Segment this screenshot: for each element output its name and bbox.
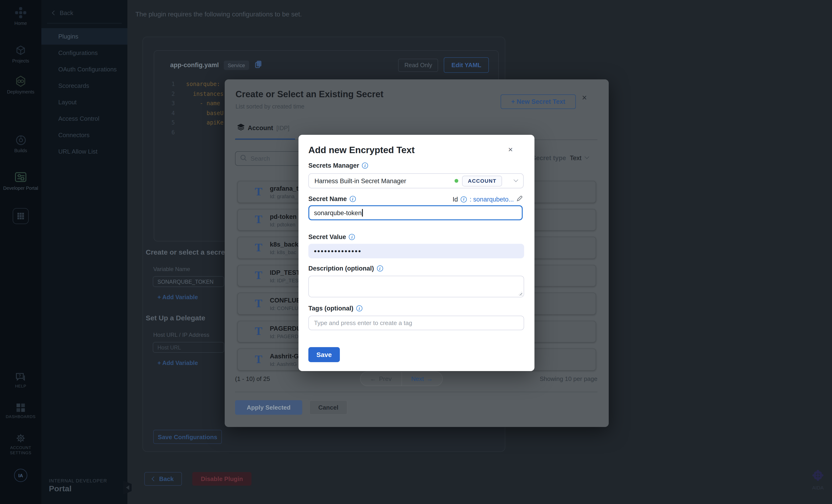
cancel-button[interactable]: Cancel xyxy=(309,400,347,415)
text-secret-icon: T xyxy=(255,186,265,198)
add-variable-link[interactable]: + Add Variable xyxy=(157,294,230,301)
new-secret-text-button[interactable]: + New Secret Text xyxy=(501,94,576,109)
chevron-left-icon xyxy=(152,477,157,481)
modal-title: Create or Select an Existing Secret xyxy=(235,89,383,100)
pagination: ←Prev Next→ xyxy=(360,371,443,386)
secondary-sidebar: Back Plugins Configurations OAuth Config… xyxy=(42,0,127,504)
back-nav[interactable]: Back xyxy=(42,0,127,23)
secret-value-input[interactable]: •••••••••••••• xyxy=(308,244,524,258)
variable-name-input[interactable]: SONARQUBE_TOKEN xyxy=(153,276,224,287)
aida-flower-icon xyxy=(811,475,825,483)
triangle-left-icon xyxy=(126,485,129,490)
secrets-manager-label: Secrets Manager i xyxy=(308,162,368,169)
info-icon: i xyxy=(377,265,383,272)
host-url-input[interactable]: Host URL xyxy=(153,342,224,353)
info-icon: i xyxy=(350,196,356,202)
sidebar-collapse-handle[interactable] xyxy=(123,480,132,495)
resize-handle-icon[interactable] xyxy=(518,291,522,296)
save-button[interactable]: Save xyxy=(308,347,340,362)
arrow-left-icon: ← xyxy=(370,375,376,382)
primary-sidebar: Home Projects Deployments Builds Develop… xyxy=(0,0,42,504)
add-variable-link-2[interactable]: + Add Variable xyxy=(157,360,230,366)
next-page-button[interactable]: Next→ xyxy=(402,372,442,386)
subnav-item-layout[interactable]: Layout xyxy=(42,94,127,110)
secret-name-input[interactable]: sonarqube-token xyxy=(308,205,523,220)
description-label: Description (optional) i xyxy=(308,265,383,272)
layers-icon xyxy=(237,123,244,133)
sidebar-item-builds[interactable]: Builds xyxy=(0,134,42,153)
description-textarea[interactable] xyxy=(308,276,524,297)
subnav-item-url-allow-list[interactable]: URL Allow List xyxy=(42,143,127,160)
text-caret xyxy=(362,209,363,217)
subnav-item-configurations[interactable]: Configurations xyxy=(42,45,127,61)
subnav-item-connectors[interactable]: Connectors xyxy=(42,127,127,143)
secret-value-label: Secret Value i xyxy=(308,233,355,241)
svg-text:?: ? xyxy=(19,374,21,378)
cube-icon xyxy=(15,45,26,56)
file-name: app-config.yaml xyxy=(170,61,219,68)
sidebar-item-dashboards[interactable]: DASHBOARDS xyxy=(0,403,42,419)
subnav-item-access-control[interactable]: Access Control xyxy=(42,110,127,127)
divider xyxy=(47,23,122,24)
subnav-item-plugins[interactable]: Plugins xyxy=(42,28,127,45)
tags-label: Tags (optional) i xyxy=(308,305,362,312)
text-secret-icon: T xyxy=(255,353,265,366)
sidebar-item-home[interactable]: Home xyxy=(0,6,42,26)
app-root: Home Projects Deployments Builds Develop… xyxy=(0,0,832,504)
aida-widget[interactable]: AIDA xyxy=(805,469,831,491)
tags-input[interactable] xyxy=(314,319,518,327)
harness-logo-icon xyxy=(15,6,27,19)
secret-type-filter[interactable]: Secret type Text xyxy=(532,155,589,162)
secrets-manager-select[interactable]: Harness Built-in Secret Manager ACCOUNT xyxy=(308,173,524,188)
close-icon[interactable]: × xyxy=(508,145,513,155)
tab-account-idp[interactable]: Account [IDP] xyxy=(237,123,290,133)
chevron-down-icon xyxy=(584,154,589,159)
subnav-item-scorecards[interactable]: Scorecards xyxy=(42,78,127,94)
edit-pencil-icon[interactable] xyxy=(517,195,523,203)
infinity-hexagon-icon xyxy=(15,75,27,87)
prev-page-button[interactable]: ←Prev xyxy=(361,372,402,386)
sidebar-item-help[interactable]: ? HELP xyxy=(0,372,42,389)
host-url-label: Host URL / IP Address xyxy=(153,332,230,338)
developer-portal-icon xyxy=(14,170,27,184)
apps-grid-icon xyxy=(13,208,29,224)
text-secret-icon: T xyxy=(255,270,265,282)
save-configurations-button[interactable]: Save Configurations xyxy=(153,430,222,444)
page-heading: The plugin requires the following config… xyxy=(135,10,302,18)
modal-subtitle: List sorted by created time xyxy=(235,103,304,110)
pagination-range: (1 - 10) of 25 xyxy=(235,375,270,382)
chevron-down-icon xyxy=(514,177,518,182)
brand: INTERNAL DEVELOPER Portal xyxy=(49,478,107,494)
sidebar-item-deployments[interactable]: Deployments xyxy=(0,75,42,95)
arrow-right-icon: → xyxy=(426,375,433,382)
copy-icon[interactable] xyxy=(255,60,262,70)
plugin-form: Create or select a secret Variable Name … xyxy=(146,248,230,366)
chevron-left-icon xyxy=(52,10,57,15)
text-secret-icon: T xyxy=(255,214,265,226)
secret-section-title: Create or select a secret xyxy=(146,248,230,256)
close-icon[interactable]: × xyxy=(582,93,587,102)
secret-id-row[interactable]: Id i : sonarqubeto... xyxy=(453,195,523,203)
sidebar-item-projects[interactable]: Projects xyxy=(0,45,42,64)
sidebar-item-developer-portal[interactable]: Developer Portal xyxy=(0,170,42,191)
per-page-status: Showing 10 per page xyxy=(540,375,597,382)
aida-label: AIDA xyxy=(805,485,831,491)
read-only-button[interactable]: Read Only xyxy=(398,58,438,72)
divider xyxy=(235,392,597,392)
sidebar-item-module-picker[interactable] xyxy=(0,208,42,224)
builds-icon xyxy=(15,134,27,146)
tags-field[interactable] xyxy=(308,316,524,330)
info-icon: i xyxy=(461,196,467,202)
sidebar-item-user[interactable]: IA xyxy=(0,469,42,482)
back-button[interactable]: Back xyxy=(144,472,182,486)
secret-name-label: Secret Name i xyxy=(308,195,356,202)
subnav-item-oauth-configurations[interactable]: OAuth Configurations xyxy=(42,61,127,78)
delegate-section-title: Set Up a Delegate xyxy=(146,314,230,322)
edit-yaml-button[interactable]: Edit YAML xyxy=(444,57,489,73)
sidebar-item-account-settings[interactable]: ACCOUNT SETTINGS xyxy=(0,433,42,456)
status-dot-icon xyxy=(455,179,459,183)
disable-plugin-button[interactable]: Disable Plugin xyxy=(192,472,252,486)
variable-name-label: Variable Name xyxy=(153,266,230,273)
apply-selected-button[interactable]: Apply Selected xyxy=(235,400,302,415)
secret-id-value: : sonarqubeto... xyxy=(470,196,514,203)
